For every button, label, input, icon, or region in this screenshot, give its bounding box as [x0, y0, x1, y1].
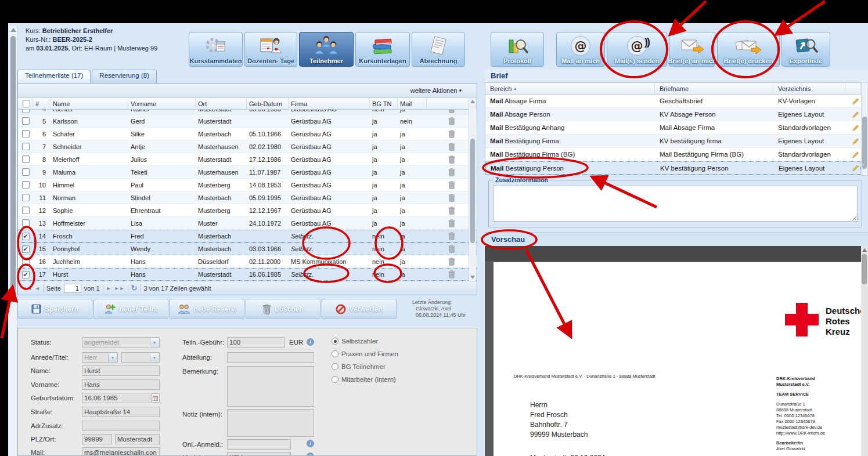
- col-bgtn[interactable]: BG TN: [370, 98, 398, 109]
- brief-scrollbar[interactable]: [861, 82, 868, 176]
- edit-brief-button[interactable]: [845, 137, 861, 145]
- edit-brief-button[interactable]: [845, 97, 861, 105]
- button-briefe-drucken[interactable]: Brief(e) drucken: [717, 32, 780, 67]
- abteilung-field[interactable]: [227, 352, 314, 363]
- status-select[interactable]: angemeldet▾: [82, 337, 160, 348]
- radio-button[interactable]: [332, 338, 338, 345]
- table-scrollbar-thumb[interactable]: [470, 139, 475, 243]
- calendar-picker-icon[interactable]: [151, 393, 160, 403]
- button-mails-senden[interactable]: @ )) Mail(s) senden: [607, 32, 667, 67]
- button-kursstammdaten[interactable]: Kursstammdaten: [189, 32, 243, 67]
- name-field[interactable]: [82, 365, 160, 376]
- table-row[interactable]: 4RichterRainerMusterstadt05.06.1980Blobb…: [18, 110, 477, 115]
- col-vorname[interactable]: Vorname: [128, 98, 196, 109]
- row-checkbox[interactable]: [22, 130, 30, 137]
- payer-option[interactable]: Praxen und Firmen: [332, 350, 398, 357]
- info-icon[interactable]: i: [307, 440, 314, 447]
- table-row[interactable]: 11NormanStindelMusterbach05.09.1995Gerüs…: [18, 191, 477, 204]
- mail-field[interactable]: [82, 447, 160, 456]
- col-bereich[interactable]: Bereich▴: [485, 83, 655, 94]
- col-briefname[interactable]: Briefname: [655, 83, 773, 94]
- pager-last-button[interactable]: ►►: [114, 285, 125, 291]
- pager-prev-button[interactable]: ◄: [35, 285, 40, 291]
- col-geb[interactable]: Geb-Datum: [247, 98, 289, 109]
- notiz-field[interactable]: [227, 409, 314, 437]
- onl-field[interactable]: [227, 439, 291, 450]
- table-row[interactable]: 16JuchheimHansDüsseldorf02.11.2000MS Kom…: [18, 255, 477, 268]
- table-row[interactable]: ✔14FroschFredMusterbachSelbstz.neinja: [18, 230, 477, 243]
- scroll-up-icon[interactable]: [10, 28, 16, 32]
- row-checkbox[interactable]: [22, 168, 30, 176]
- scroll-down-icon[interactable]: [470, 276, 475, 279]
- col-verzeichnis[interactable]: Verzeichnis: [773, 83, 845, 94]
- brief-template-row[interactable]: Mail Absage PersonKV Absage PersonEigene…: [485, 108, 861, 121]
- row-checkbox[interactable]: [22, 181, 30, 189]
- button-dozenten-tage[interactable]: Dozenten- Tage: [244, 32, 297, 67]
- table-row[interactable]: ✔15PonnyhofWendyMusterbach03.03.1966Selb…: [18, 243, 477, 255]
- table-row[interactable]: 6SchäferSilkeMusterbach05.10.1966Gerüstb…: [18, 128, 477, 140]
- discard-button[interactable]: verwerfen: [322, 299, 397, 319]
- table-row[interactable]: 8MeierhoffJuliusMusterstadt17.12.1986Ger…: [18, 153, 477, 166]
- table-row[interactable]: 9MalumaTeketiMusterhausen11.07.1987Gerüs…: [18, 166, 477, 179]
- row-checkbox[interactable]: ✔: [22, 245, 30, 253]
- refresh-icon[interactable]: ↻: [131, 284, 138, 292]
- strasse-field[interactable]: [82, 407, 160, 417]
- new-participant-button[interactable]: neuer Teiln.: [93, 299, 168, 319]
- plz-field[interactable]: [82, 434, 112, 444]
- adrzusatz-field[interactable]: [82, 421, 160, 431]
- col-num[interactable]: #: [33, 98, 51, 109]
- preview-scrollbar-thumb[interactable]: [862, 254, 867, 284]
- left-scrollbar[interactable]: [9, 26, 17, 456]
- button-teilnehmer[interactable]: Teilnehmer: [299, 32, 354, 67]
- edit-brief-button[interactable]: [846, 164, 860, 172]
- edit-brief-button[interactable]: [845, 124, 861, 132]
- anrede-select[interactable]: Herr▾: [82, 352, 118, 363]
- select-all-checkbox[interactable]: [23, 100, 30, 107]
- pager-first-button[interactable]: ◄◄: [21, 285, 32, 291]
- payer-option[interactable]: BG Teilnehmer: [332, 363, 386, 370]
- info-icon[interactable]: i: [307, 453, 314, 456]
- table-row[interactable]: ✔17HurstHansMusterstadt16.06.1985Selbstz…: [18, 268, 477, 281]
- tab-reservierung[interactable]: Reservierung (8): [92, 70, 157, 83]
- radio-button[interactable]: [332, 350, 338, 357]
- page-input[interactable]: [64, 284, 81, 293]
- row-checkbox[interactable]: [22, 143, 30, 150]
- row-checkbox[interactable]: [22, 194, 30, 201]
- col-firma[interactable]: Firma: [289, 98, 370, 109]
- brief-template-row[interactable]: Mail Bestätigung AnhangMail Absage Firma…: [485, 121, 861, 135]
- brief-template-row[interactable]: Mail Absage FirmaGeschäftsbriefKV-Vorlag…: [485, 95, 861, 108]
- button-briefe-an-mich[interactable]: Brief(e) an mich: [669, 32, 715, 67]
- new-reservation-button[interactable]: neue Reserv.: [170, 299, 244, 319]
- pager-next-button[interactable]: ►: [106, 285, 111, 291]
- brief-scrollbar-thumb[interactable]: [862, 117, 867, 169]
- delete-button[interactable]: Löschen: [246, 299, 320, 319]
- edit-brief-button[interactable]: [845, 111, 861, 118]
- more-actions-button[interactable]: weitere Aktionen: [410, 87, 458, 94]
- bemerkung-field[interactable]: [227, 366, 314, 407]
- scroll-up-icon[interactable]: [862, 248, 867, 252]
- payer-option[interactable]: Mitarbeiter (intern): [332, 376, 396, 383]
- brief-template-row[interactable]: Mail Bestätigung FirmaKV bestätigung fir…: [485, 135, 861, 148]
- module-field[interactable]: [227, 452, 291, 456]
- geburtsdatum-field[interactable]: [82, 393, 150, 403]
- brief-template-row[interactable]: Mail Bestätigung Firma (BG)Mail Bestätig…: [485, 148, 861, 161]
- titel-select[interactable]: ▾: [121, 352, 160, 363]
- row-checkbox[interactable]: [22, 258, 30, 265]
- edit-brief-button[interactable]: [845, 151, 861, 158]
- row-checkbox[interactable]: [22, 207, 30, 214]
- button-kursunterlagen[interactable]: Kursunterlagen: [355, 32, 410, 67]
- row-checkbox[interactable]: ✔: [22, 271, 30, 278]
- table-row[interactable]: 12SophieEhrentrautMusterberg12.12.1967Ge…: [18, 204, 477, 217]
- save-button[interactable]: Speichern: [17, 299, 92, 319]
- row-checkbox[interactable]: [22, 117, 30, 125]
- table-row[interactable]: 10HimmelPaulMusterberg14.08.1953Gerüstba…: [18, 179, 477, 191]
- ort-field[interactable]: [115, 434, 160, 444]
- button-abrechnung[interactable]: Abrechnung: [412, 32, 465, 67]
- table-row[interactable]: 5KarlssonGerdMusterstadtGerüstbau AGjane…: [18, 115, 477, 128]
- row-checkbox[interactable]: [22, 219, 30, 227]
- table-row[interactable]: 13HoffmeisterLisaMuster24.10.1972Gerüstb…: [18, 217, 477, 230]
- row-checkbox[interactable]: ✔: [22, 233, 30, 240]
- table-scrollbar[interactable]: [469, 98, 476, 281]
- brief-template-row[interactable]: Mail Bestätigung PersonKV bestätigung Pe…: [485, 161, 861, 175]
- button-mail-an-mich[interactable]: @ Mail an mich: [556, 32, 605, 67]
